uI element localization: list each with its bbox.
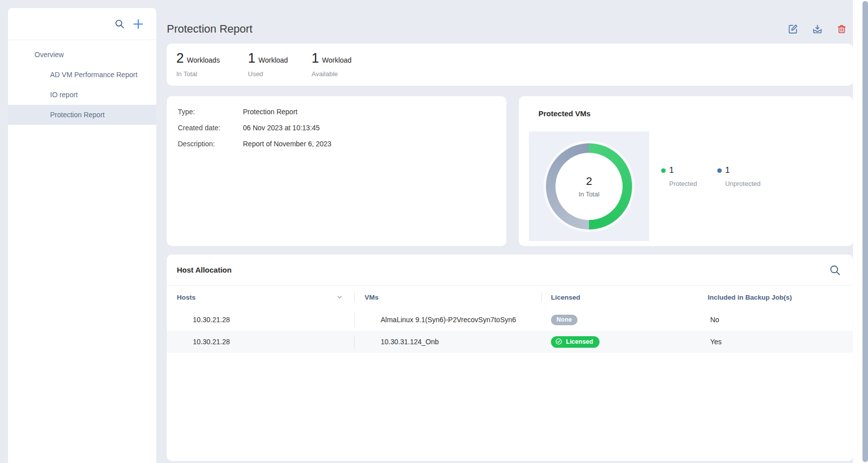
host-allocation-card: Host Allocation Hosts VMs Licensed bbox=[167, 255, 853, 461]
legend-unprotected: 1 Unprotected bbox=[717, 165, 761, 187]
column-header-included: Included in Backup Job(s) bbox=[708, 286, 792, 309]
column-divider bbox=[354, 292, 355, 302]
report-details-card: Type: Protection Report Created date: 06… bbox=[167, 96, 506, 246]
chevron-down-icon[interactable] bbox=[336, 294, 343, 303]
title-row: Protection Report bbox=[167, 19, 853, 39]
detail-row-type: Type: Protection Report bbox=[178, 107, 506, 116]
detail-row-created-date: Created date: 06 Nov 2023 at 10:13:45 bbox=[178, 123, 506, 132]
sidebar-item-overview[interactable]: Overview bbox=[8, 45, 156, 65]
stat-available-value: 1 bbox=[312, 51, 319, 66]
cell-host: 10.30.21.28 bbox=[193, 309, 230, 331]
detail-type-label: Type: bbox=[178, 107, 243, 116]
cell-included: Yes bbox=[710, 331, 722, 353]
legend-protected: 1 Protected bbox=[661, 165, 697, 187]
table-search-icon[interactable] bbox=[829, 264, 841, 276]
legend-unprotected-value: 1 bbox=[725, 165, 730, 175]
search-icon[interactable] bbox=[114, 19, 125, 29]
license-licensed-label: Licensed bbox=[566, 338, 593, 345]
scrollbar-track[interactable] bbox=[853, 0, 868, 463]
table-header-row: Hosts VMs Licensed Included in Backup Jo… bbox=[167, 286, 853, 309]
table-row[interactable]: 10.30.21.28 10.30.31.124_Onb Licensed Ye… bbox=[167, 331, 853, 353]
report-nav: Overview AD VM Performance Report IO rep… bbox=[8, 40, 156, 125]
stat-used-value: 1 bbox=[248, 51, 255, 66]
legend-unprotected-label: Unprotected bbox=[725, 180, 761, 187]
column-header-vms: VMs bbox=[365, 286, 379, 309]
cell-licensed: None bbox=[551, 309, 577, 331]
stat-available-unit: Workload bbox=[322, 56, 352, 64]
detail-created-label: Created date: bbox=[178, 123, 243, 132]
page-title: Protection Report bbox=[167, 23, 252, 36]
workload-summary-card: 2 Workloads In Total 1 Workload Used 1 W… bbox=[167, 44, 853, 86]
unprotected-dot-icon bbox=[717, 168, 722, 173]
edit-icon[interactable] bbox=[787, 24, 798, 35]
sidebar-item-ad-vm-performance-report[interactable]: AD VM Performance Report bbox=[8, 65, 156, 85]
stat-available-caption: Available bbox=[312, 70, 352, 78]
cell-included: No bbox=[710, 309, 719, 331]
stat-total-value: 2 bbox=[176, 51, 184, 66]
cell-host: 10.30.21.28 bbox=[193, 331, 230, 353]
cell-divider bbox=[354, 335, 355, 349]
protected-vms-donut-chart: 2 In Total bbox=[546, 143, 632, 229]
protected-vms-title: Protected VMs bbox=[538, 109, 591, 118]
title-actions bbox=[787, 24, 853, 35]
column-header-licensed: Licensed bbox=[551, 286, 581, 309]
protected-dot-icon bbox=[661, 168, 666, 173]
donut-total-value: 2 bbox=[586, 175, 592, 188]
delete-icon[interactable] bbox=[836, 24, 847, 35]
stat-available: 1 Workload Available bbox=[312, 51, 352, 86]
column-divider bbox=[541, 292, 542, 302]
sidebar-header bbox=[8, 8, 156, 40]
column-header-hosts: Hosts bbox=[177, 286, 196, 309]
detail-description-value: Report of November 6, 2023 bbox=[243, 139, 332, 148]
main-area: Protection Report bbox=[167, 0, 853, 463]
plus-icon[interactable] bbox=[132, 18, 144, 30]
detail-type-value: Protection Report bbox=[243, 107, 298, 116]
check-circle-icon bbox=[555, 338, 562, 345]
donut-center: 2 In Total bbox=[555, 153, 623, 220]
license-licensed-badge: Licensed bbox=[551, 336, 600, 348]
detail-row-description: Description: Report of November 6, 2023 bbox=[178, 139, 506, 148]
donut-legend: 1 Protected 1 Unprotected bbox=[661, 165, 760, 187]
legend-protected-label: Protected bbox=[669, 180, 697, 187]
host-allocation-header: Host Allocation bbox=[167, 255, 853, 286]
detail-description-label: Description: bbox=[178, 139, 243, 148]
detail-created-value: 06 Nov 2023 at 10:13:45 bbox=[243, 123, 320, 132]
donut-total-label: In Total bbox=[578, 190, 600, 198]
cell-divider bbox=[354, 313, 355, 327]
stat-total: 2 Workloads In Total bbox=[176, 51, 248, 86]
cell-licensed: Licensed bbox=[551, 331, 600, 353]
sidebar: Overview AD VM Performance Report IO rep… bbox=[8, 8, 156, 463]
protected-vms-card: Protected VMs 2 In Total 1 Protected bbox=[519, 96, 853, 246]
cell-vm: AlmaLinux 9.1(Syn6)-P2VrecovSyn7toSyn6 bbox=[381, 309, 516, 331]
cell-vm: 10.30.31.124_Onb bbox=[381, 331, 439, 353]
download-icon[interactable] bbox=[812, 24, 823, 35]
stat-total-caption: In Total bbox=[176, 70, 248, 78]
license-none-badge: None bbox=[551, 315, 577, 325]
stat-used-unit: Workload bbox=[258, 56, 288, 64]
legend-protected-value: 1 bbox=[669, 165, 674, 175]
protected-vms-chart-panel: 2 In Total bbox=[529, 131, 649, 241]
stat-total-unit: Workloads bbox=[187, 56, 220, 64]
scrollbar-thumb[interactable] bbox=[862, 1, 868, 462]
host-allocation-title: Host Allocation bbox=[177, 266, 231, 274]
protection-report-page: Overview AD VM Performance Report IO rep… bbox=[0, 0, 868, 463]
stat-used-caption: Used bbox=[248, 70, 312, 78]
stat-used: 1 Workload Used bbox=[248, 51, 312, 86]
sidebar-item-protection-report[interactable]: Protection Report bbox=[8, 105, 156, 125]
sidebar-item-io-report[interactable]: IO report bbox=[8, 85, 156, 105]
table-row[interactable]: 10.30.21.28 AlmaLinux 9.1(Syn6)-P2Vrecov… bbox=[167, 309, 853, 331]
